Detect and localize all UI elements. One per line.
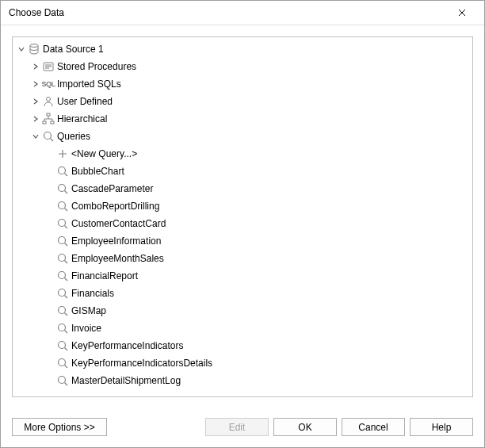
tree-node-label: ComboReportDrilling	[71, 201, 159, 212]
tree-node-label: MasterDetailShipmentLog	[71, 375, 181, 386]
svg-point-15	[59, 307, 66, 314]
query-icon	[55, 234, 70, 248]
query-icon	[55, 304, 70, 318]
query-icon	[55, 164, 70, 178]
cancel-button[interactable]: Cancel	[342, 418, 405, 436]
svg-point-2	[47, 98, 51, 101]
database-icon	[27, 42, 41, 56]
svg-point-11	[59, 237, 66, 244]
tree-node[interactable]: Financials	[13, 285, 472, 302]
tree-node[interactable]: ComboReportDrilling	[13, 197, 472, 215]
chevron-right-icon	[44, 180, 55, 197]
svg-point-12	[59, 255, 66, 262]
tree-node[interactable]: <New Query...>	[13, 145, 472, 163]
dialog-content: Data Source 1Stored ProceduresSQLImporte…	[1, 25, 484, 408]
tree-node-label: KeyPerformanceIndicatorsDetails	[71, 358, 212, 369]
tree-node-label: CustomerContactCard	[71, 218, 166, 229]
query-icon	[55, 321, 70, 335]
svg-point-19	[59, 377, 66, 384]
help-button[interactable]: Help	[410, 418, 473, 436]
svg-point-6	[44, 132, 52, 140]
svg-point-8	[59, 185, 66, 192]
chevron-right-icon	[44, 267, 55, 285]
tree-node[interactable]: BubbleChart	[13, 163, 472, 180]
tree-node-label: EmployeeMonthSales	[71, 253, 164, 264]
tree-node-label: Hierarchical	[57, 113, 107, 124]
chevron-right-icon	[44, 197, 55, 215]
tree-node[interactable]: User Defined	[13, 93, 472, 110]
tree-node[interactable]: Invoice	[13, 320, 472, 337]
chevron-down-icon[interactable]	[30, 128, 41, 145]
tree-node[interactable]: Stored Procedures	[13, 58, 472, 75]
tree-node[interactable]: GISMap	[13, 302, 472, 320]
tree-node[interactable]: FinancialReport	[13, 267, 472, 285]
tree-node[interactable]: CascadeParameter	[13, 180, 472, 197]
edit-button[interactable]: Edit	[205, 418, 269, 436]
tree-node-label: Imported SQLs	[57, 78, 121, 90]
hierarchy-icon	[41, 112, 55, 126]
tree-node[interactable]: SQLImported SQLs	[13, 75, 472, 93]
tree-node-label: Queries	[57, 131, 90, 142]
query-icon	[55, 269, 70, 283]
tree-node[interactable]: EmployeeMonthSales	[13, 250, 472, 267]
query-icon	[41, 129, 55, 144]
tree-node[interactable]: Queries	[13, 128, 472, 145]
chevron-right-icon[interactable]	[30, 110, 41, 128]
svg-rect-4	[43, 121, 46, 124]
tree-panel: Data Source 1Stored ProceduresSQLImporte…	[12, 36, 473, 397]
chevron-right-icon[interactable]	[30, 93, 41, 110]
tree-node-label: EmployeeInformation	[71, 235, 161, 247]
dialog-footer: More Options >> Edit OK Cancel Help	[1, 408, 484, 447]
query-icon	[55, 373, 70, 388]
svg-rect-3	[47, 113, 50, 116]
more-options-button[interactable]: More Options >>	[12, 418, 107, 436]
choose-data-dialog: Choose Data Data Source 1Stored Procedur…	[0, 0, 485, 448]
tree-node-label: Data Source 1	[43, 44, 104, 55]
user-defined-icon	[41, 94, 55, 109]
ok-button[interactable]: OK	[273, 418, 337, 436]
tree-node[interactable]: KeyPerformanceIndicators	[13, 337, 472, 354]
chevron-right-icon	[44, 372, 55, 389]
svg-point-0	[30, 44, 38, 48]
svg-point-10	[59, 220, 66, 227]
tree-node-label: BubbleChart	[71, 166, 124, 177]
query-icon	[55, 216, 70, 231]
close-button[interactable]	[446, 2, 478, 24]
chevron-right-icon	[44, 320, 55, 337]
chevron-right-icon	[44, 250, 55, 267]
chevron-right-icon[interactable]	[30, 58, 41, 75]
tree-node-label: CascadeParameter	[71, 183, 153, 194]
chevron-right-icon	[44, 215, 55, 232]
tree-node[interactable]: EmployeeInformation	[13, 232, 472, 250]
tree-node[interactable]: KeyPerformanceIndicatorsDetails	[13, 354, 472, 372]
svg-rect-5	[51, 121, 54, 124]
tree-node-label: Financials	[71, 288, 114, 299]
tree-node[interactable]: Hierarchical	[13, 110, 472, 128]
svg-point-7	[59, 167, 66, 174]
tree-node[interactable]: Data Source 1	[13, 40, 472, 58]
chevron-right-icon	[44, 163, 55, 180]
tree-node-label: Stored Procedures	[57, 61, 136, 72]
svg-point-17	[59, 342, 66, 349]
svg-point-16	[59, 324, 66, 331]
chevron-right-icon	[44, 285, 55, 302]
chevron-right-icon	[44, 232, 55, 250]
svg-point-18	[59, 359, 66, 366]
tree-node-label: KeyPerformanceIndicators	[71, 340, 183, 351]
chevron-down-icon[interactable]	[16, 40, 27, 58]
data-source-tree[interactable]: Data Source 1Stored ProceduresSQLImporte…	[13, 37, 472, 396]
svg-point-9	[59, 202, 66, 209]
tree-node-label: FinancialReport	[71, 270, 138, 281]
chevron-right-icon[interactable]	[30, 75, 41, 93]
tree-node[interactable]: MasterDetailShipmentLog	[13, 372, 472, 389]
query-icon	[55, 286, 70, 301]
tree-node-label: User Defined	[57, 96, 113, 107]
chevron-right-icon	[44, 145, 55, 163]
plus-icon	[55, 147, 70, 161]
svg-point-14	[59, 289, 66, 297]
chevron-right-icon	[44, 354, 55, 372]
query-icon	[55, 199, 70, 213]
tree-node[interactable]: CustomerContactCard	[13, 215, 472, 232]
query-icon	[55, 339, 70, 353]
query-icon	[55, 251, 70, 266]
